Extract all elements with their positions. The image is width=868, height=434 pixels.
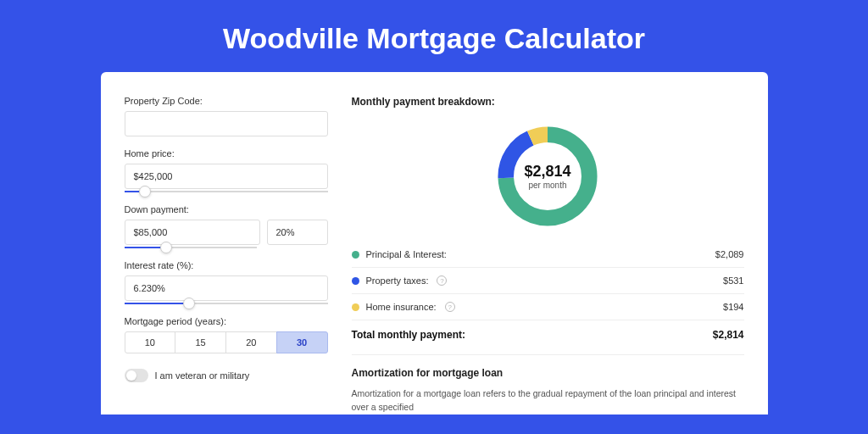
slider-thumb-icon[interactable] — [160, 242, 172, 253]
period-label: Mortgage period (years): — [125, 316, 328, 326]
total-value: $2,814 — [713, 329, 744, 341]
donut-amount: $2,814 — [524, 163, 570, 181]
interest-rate-slider[interactable] — [125, 303, 328, 304]
field-zip: Property Zip Code: — [125, 96, 328, 136]
form-column: Property Zip Code: Home price: Down paym… — [125, 96, 328, 415]
field-down-payment: Down payment: — [125, 204, 328, 248]
slider-thumb-icon[interactable] — [139, 186, 151, 198]
legend-dot-icon — [352, 303, 359, 311]
interest-rate-input[interactable] — [125, 275, 328, 301]
breakdown-title: Monthly payment breakdown: — [352, 96, 744, 108]
veteran-label: I am veteran or military — [155, 370, 250, 381]
down-payment-label: Down payment: — [125, 204, 328, 214]
total-row: Total monthly payment: $2,814 — [352, 320, 744, 349]
zip-input[interactable] — [125, 111, 328, 136]
amortization-title: Amortization for mortgage loan — [352, 367, 744, 379]
down-payment-input[interactable] — [125, 220, 260, 245]
legend-dot-icon — [352, 251, 359, 259]
period-button-10[interactable]: 10 — [125, 331, 176, 353]
period-button-group: 10152030 — [125, 331, 328, 353]
legend-label: Property taxes: — [366, 275, 429, 286]
info-icon[interactable]: ? — [445, 302, 455, 312]
total-label: Total monthly payment: — [352, 329, 465, 341]
field-home-price: Home price: — [125, 148, 328, 192]
home-price-slider[interactable] — [125, 191, 328, 192]
legend-row: Principal & Interest:$2,089 — [352, 242, 744, 268]
veteran-row: I am veteran or military — [125, 369, 328, 382]
down-payment-slider[interactable] — [125, 247, 257, 248]
period-button-20[interactable]: 20 — [225, 331, 277, 353]
donut-chart: $2,814 per month — [492, 121, 603, 231]
legend-label: Home insurance: — [366, 302, 437, 312]
legend-value: $2,089 — [715, 249, 744, 259]
toggle-knob-icon — [126, 370, 136, 381]
period-button-30[interactable]: 30 — [276, 331, 328, 353]
amortization-body: Amortization for a mortgage loan refers … — [352, 387, 744, 415]
page-title: Woodville Mortgage Calculator — [0, 0, 868, 72]
breakdown-column: Monthly payment breakdown: $2,814 per mo… — [352, 96, 744, 415]
donut-chart-wrap: $2,814 per month — [352, 116, 744, 242]
legend-row: Home insurance:?$194 — [352, 294, 744, 320]
field-interest-rate: Interest rate (%): — [125, 260, 328, 304]
veteran-toggle[interactable] — [125, 369, 148, 382]
zip-label: Property Zip Code: — [125, 96, 328, 106]
home-price-label: Home price: — [125, 148, 328, 159]
legend-row: Property taxes:?$531 — [352, 268, 744, 294]
info-icon[interactable]: ? — [437, 275, 447, 286]
legend-value: $194 — [723, 302, 743, 312]
slider-thumb-icon[interactable] — [183, 298, 195, 309]
home-price-input[interactable] — [125, 164, 328, 189]
donut-center: $2,814 per month — [492, 121, 603, 231]
donut-sub: per month — [528, 181, 566, 190]
interest-rate-label: Interest rate (%): — [125, 260, 328, 270]
period-button-15[interactable]: 15 — [175, 331, 226, 353]
down-payment-pct-input[interactable] — [267, 220, 328, 245]
calculator-card: Property Zip Code: Home price: Down paym… — [101, 72, 768, 415]
field-period: Mortgage period (years): 10152030 — [125, 316, 328, 353]
legend-label: Principal & Interest: — [366, 249, 447, 259]
legend-value: $531 — [723, 275, 743, 286]
legend-dot-icon — [352, 277, 359, 285]
amortization-section: Amortization for mortgage loan Amortizat… — [352, 354, 744, 415]
